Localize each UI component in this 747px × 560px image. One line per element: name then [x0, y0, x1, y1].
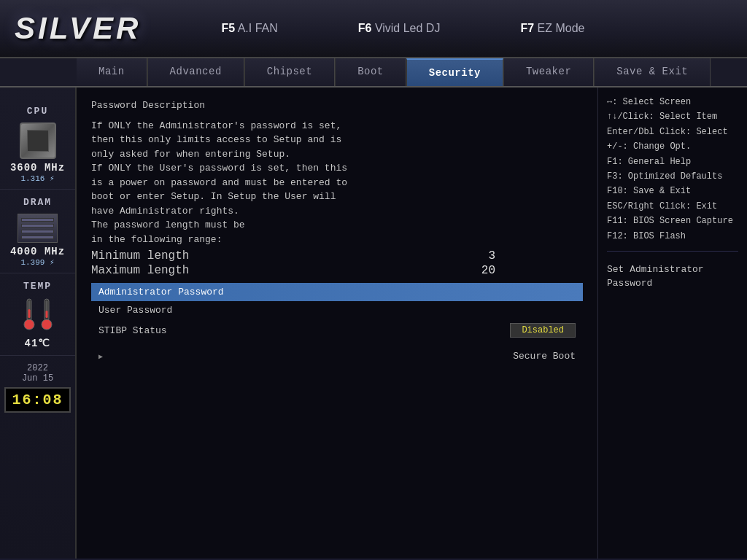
sidebar: CPU 3600 MHz 1.316 ⚡ DRAM 4000 MHz 1.399… [0, 88, 77, 559]
password-description: Password Description If ONLY the Adminis… [91, 98, 583, 246]
desc-line-10: in the following range: [91, 233, 583, 247]
thermometer-icon-2 [39, 298, 54, 334]
tab-save-exit[interactable]: Save & Exit [594, 58, 711, 86]
hint-f1: F1: General Help [607, 155, 738, 169]
min-length-value: 3 [488, 249, 495, 262]
stibp-status-label: STIBP Status [98, 325, 167, 336]
desc-line-5: If ONLY the User's password is set, then… [91, 161, 583, 176]
right-panel: ↔: Select Screen ↑↓/Click: Select Item E… [597, 88, 747, 559]
thermometer-icons [22, 298, 54, 334]
main-area: CPU 3600 MHz 1.316 ⚡ DRAM 4000 MHz 1.399… [0, 88, 747, 559]
set-password-line2: Password [607, 276, 738, 291]
user-password-item[interactable]: User Password [91, 301, 583, 319]
desc-line-3: then this only limits access to Setup an… [91, 133, 583, 147]
user-password-label: User Password [98, 305, 172, 316]
hint-f11: F11: BIOS Screen Capture [607, 214, 738, 228]
tab-main[interactable]: Main [77, 58, 147, 86]
tab-security[interactable]: Security [406, 58, 503, 86]
cpu-freq: 3600 MHz [10, 162, 65, 174]
header: SILVER F5 A.I FAN F6 Vivid Led DJ F7 EZ … [0, 0, 747, 58]
tab-boot[interactable]: Boot [335, 58, 406, 86]
tabbar: Main Advanced Chipset Boot Security Twea… [0, 58, 747, 88]
hint-enter: Enter/Dbl Click: Select [607, 125, 738, 139]
set-password-hint: Set Administrator Password [607, 262, 738, 291]
desc-line-7: boot or enter Setup. In Setup the User w… [91, 190, 583, 204]
cpu-volt: 1.316 ⚡ [20, 174, 54, 183]
secure-boot-item[interactable]: Secure Boot [91, 347, 583, 365]
desc-line-4: only asked for when entering Setup. [91, 147, 583, 162]
stibp-status-value: Disabled [510, 323, 576, 338]
tab-chipset[interactable]: Chipset [244, 58, 335, 86]
min-length-row: Minimum length 3 [91, 249, 583, 262]
min-length-label: Minimum length [91, 249, 189, 262]
set-password-line1: Set Administrator [607, 262, 738, 277]
thermometer-icon-1 [22, 298, 36, 334]
secure-boot-label: Secure Boot [513, 351, 576, 362]
svg-rect-6 [45, 311, 47, 318]
help-hints: ↔: Select Screen ↑↓/Click: Select Item E… [607, 95, 738, 244]
datetime-section: 2022 Jun 15 16:08 [0, 356, 75, 419]
svg-rect-2 [28, 309, 30, 318]
cpu-label: CPU [27, 106, 48, 117]
hint-f3: F3: Optimized Defaults [607, 169, 738, 184]
desc-line-2: If ONLY the Administrator's password is … [91, 119, 583, 133]
desc-line-9: The password length must be [91, 218, 583, 233]
max-length-row: Maximum length 20 [91, 264, 583, 277]
temp-label: TEMP [23, 281, 52, 292]
svg-point-3 [24, 319, 34, 330]
hint-select-item: ↑↓/Click: Select Item [607, 109, 738, 124]
cpu-icon [20, 122, 56, 159]
hint-esc: ESC/Right Click: Exit [607, 199, 738, 214]
dram-label: DRAM [23, 197, 52, 208]
hint-f12: F12: BIOS Flash [607, 229, 738, 244]
stibp-status-item[interactable]: STIBP Status Disabled [91, 319, 583, 341]
admin-password-item[interactable]: Administrator Password [91, 283, 583, 301]
cpu-section: CPU 3600 MHz 1.316 ⚡ [0, 98, 75, 190]
desc-line-8: have Administrator rights. [91, 204, 583, 219]
logo: SILVER [15, 11, 141, 46]
shortcut-f5[interactable]: F5 A.I FAN [221, 22, 277, 35]
max-length-value: 20 [481, 264, 495, 277]
temp-value: 41℃ [25, 337, 51, 349]
date-month-day: Jun 15 [22, 373, 53, 384]
dram-freq: 4000 MHz [10, 246, 65, 257]
dram-icon [18, 214, 58, 243]
hint-change-opt: +/-: Change Opt. [607, 139, 738, 154]
shortcut-f6[interactable]: F6 Vivid Led DJ [358, 22, 441, 35]
max-length-label: Maximum length [91, 264, 189, 277]
dram-volt: 1.399 ⚡ [20, 257, 54, 267]
dram-section: DRAM 4000 MHz 1.399 ⚡ [0, 190, 75, 273]
tab-advanced[interactable]: Advanced [147, 58, 244, 86]
desc-title: Password Description [91, 98, 583, 113]
content-area: Password Description If ONLY the Adminis… [77, 88, 597, 559]
hint-select-screen: ↔: Select Screen [607, 95, 738, 109]
tab-tweaker[interactable]: Tweaker [503, 58, 594, 86]
admin-password-label: Administrator Password [98, 287, 224, 298]
svg-point-7 [42, 319, 52, 330]
clock-display: 16:08 [4, 387, 70, 413]
desc-line-6: is a power on password and must be enter… [91, 176, 583, 190]
date-year: 2022 [27, 363, 48, 373]
help-divider [607, 251, 738, 252]
temp-section: TEMP [0, 273, 75, 356]
shortcut-f7[interactable]: F7 EZ Mode [520, 22, 584, 35]
hint-f10: F10: Save & Exit [607, 184, 738, 198]
